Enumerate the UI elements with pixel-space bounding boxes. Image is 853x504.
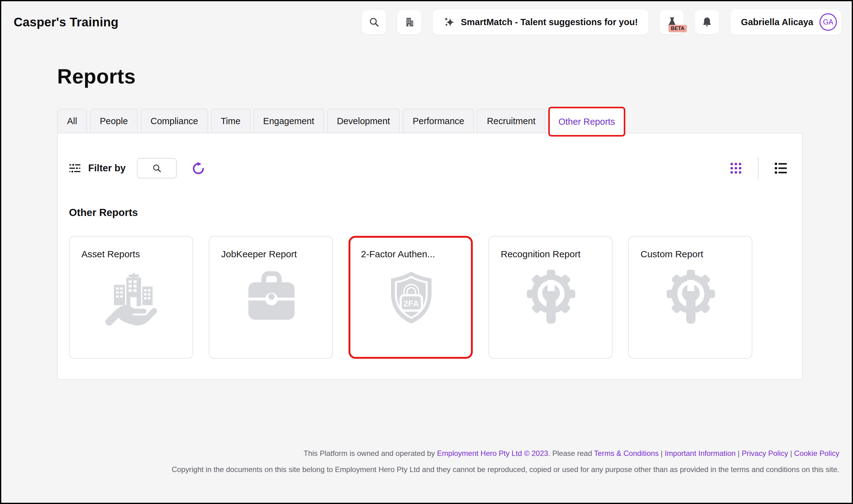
search-input[interactable]: [137, 158, 177, 178]
report-card-2-factor-authen[interactable]: 2-Factor Authen... 2FA: [349, 236, 473, 359]
tab-time[interactable]: Time: [211, 109, 250, 133]
card-title: Custom Report: [641, 249, 741, 259]
footer-line2: Copyright in the documents on this site …: [14, 465, 839, 474]
footer-link-terms-conditions[interactable]: Terms & Conditions: [594, 449, 659, 457]
bell-icon: [701, 16, 713, 28]
top-bar: Casper's Training: [1, 1, 852, 35]
2fa-shield-icon: 2FA: [382, 269, 440, 326]
report-card-custom-report[interactable]: Custom Report: [628, 236, 752, 359]
footer-link-cookie-policy[interactable]: Cookie Policy: [794, 449, 839, 457]
footer-link-employment-hero-pty-ltd-2023[interactable]: Employment Hero Pty Ltd © 2023: [437, 449, 548, 457]
filter-by-button[interactable]: Filter by: [69, 162, 126, 174]
footer-text: |: [659, 449, 665, 457]
gear-wrench-icon: [522, 269, 580, 326]
tab-compliance[interactable]: Compliance: [141, 109, 208, 133]
gear-wrench-icon: [662, 269, 720, 326]
card-title: JobKeeper Report: [221, 249, 322, 259]
tab-all[interactable]: All: [57, 109, 87, 133]
briefcase-icon: [243, 269, 300, 326]
labs-beta-button[interactable]: BETA: [660, 10, 684, 34]
footer-line1: This Platform is owned and operated by E…: [14, 449, 839, 458]
list-view-button[interactable]: [773, 160, 788, 176]
grid-view-button[interactable]: [728, 160, 744, 176]
tab-performance[interactable]: Performance: [403, 109, 474, 133]
building-icon: [403, 16, 415, 28]
grid-view-icon: [729, 161, 743, 175]
report-card-asset-reports[interactable]: Asset Reports: [69, 236, 193, 359]
footer-link-privacy-policy[interactable]: Privacy Policy: [742, 449, 788, 457]
report-card-jobkeeper-report[interactable]: JobKeeper Report: [209, 236, 333, 359]
report-cards: Asset Reports JobKeeper Report: [69, 236, 791, 359]
filter-toolbar: Filter by: [58, 133, 802, 179]
tab-people[interactable]: People: [90, 109, 138, 133]
refresh-icon: [191, 161, 206, 175]
search-icon: [368, 16, 380, 28]
smartmatch-button[interactable]: SmartMatch - Talent suggestions for you!: [433, 9, 648, 35]
section-heading: Other Reports: [69, 207, 802, 218]
sliders-icon: [69, 162, 81, 174]
card-title: Asset Reports: [81, 249, 182, 259]
header-actions: SmartMatch - Talent suggestions for you!…: [362, 9, 841, 35]
page-title: Reports: [57, 65, 852, 88]
reports-panel: Filter by: [57, 133, 803, 380]
tab-recruitment[interactable]: Recruitment: [477, 109, 545, 133]
avatar: GA: [819, 13, 837, 31]
tabs: AllPeopleComplianceTimeEngagementDevelop…: [57, 107, 852, 133]
tab-development[interactable]: Development: [327, 109, 400, 133]
tab-other-reports[interactable]: Other Reports: [548, 107, 625, 137]
user-name: Gabriella Alicaya: [741, 17, 813, 27]
card-title: 2-Factor Authen...: [361, 249, 462, 259]
footer-link-important-information[interactable]: Important Information: [665, 449, 735, 457]
footer-text: . Please read: [548, 449, 594, 457]
footer: This Platform is owned and operated by E…: [14, 449, 839, 481]
footer-text: This Platform is owned and operated by: [303, 449, 437, 457]
view-toggle: [728, 157, 788, 179]
divider: [758, 157, 759, 179]
buildings-in-hand-icon: [103, 269, 161, 326]
company-switcher-button[interactable]: [397, 10, 421, 34]
footer-text: |: [788, 449, 794, 457]
search-icon: [152, 163, 162, 173]
sparkle-icon: [443, 16, 455, 28]
search-button[interactable]: [362, 10, 386, 34]
beta-badge: BETA: [668, 25, 687, 32]
list-view-icon: [773, 161, 788, 176]
smartmatch-label: SmartMatch - Talent suggestions for you!: [461, 17, 638, 27]
footer-text: |: [735, 449, 742, 457]
card-title: Recognition Report: [501, 249, 602, 259]
svg-text:2FA: 2FA: [403, 299, 419, 308]
report-card-recognition-report[interactable]: Recognition Report: [488, 236, 613, 359]
user-menu-button[interactable]: Gabriella Alicaya GA: [730, 9, 841, 35]
reset-filters-button[interactable]: [191, 161, 206, 176]
app-window: Casper's Training: [0, 0, 853, 504]
notifications-button[interactable]: [695, 10, 719, 34]
app-title: Casper's Training: [14, 15, 118, 29]
tab-engagement[interactable]: Engagement: [253, 109, 324, 133]
filter-by-label: Filter by: [88, 163, 126, 174]
